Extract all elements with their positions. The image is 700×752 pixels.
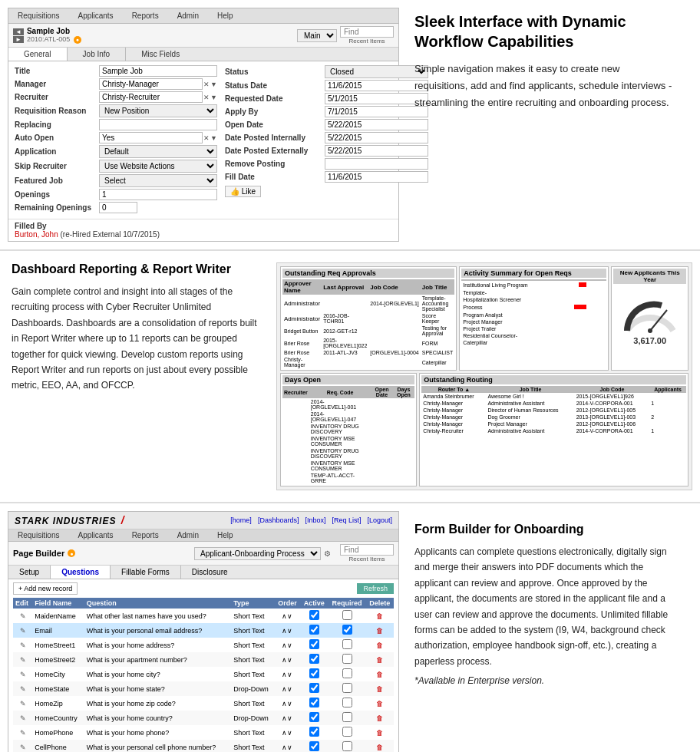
- input-remaining-openings[interactable]: [99, 202, 137, 213]
- input-title[interactable]: [99, 65, 217, 77]
- edit-icon[interactable]: ✎: [20, 671, 26, 678]
- tab-setup[interactable]: Setup: [8, 566, 51, 579]
- delete-icon[interactable]: 🗑: [376, 744, 383, 751]
- onboard-process-select[interactable]: Applicant-Onboarding Process: [194, 547, 321, 560]
- onboard-nav-requisitions[interactable]: Requisitions: [8, 529, 68, 541]
- input-req-reason[interactable]: New Position: [99, 104, 217, 117]
- edit-icon[interactable]: ✎: [20, 714, 26, 722]
- onboard-nav-help[interactable]: Help: [208, 529, 243, 541]
- order-cell[interactable]: ∧∨: [275, 667, 300, 681]
- onboard-find-input[interactable]: [340, 544, 394, 556]
- required-cell[interactable]: [328, 711, 365, 725]
- delete-cell[interactable]: 🗑: [366, 623, 394, 638]
- input-featured-job[interactable]: Select: [99, 174, 217, 187]
- delete-cell[interactable]: 🗑: [366, 667, 394, 681]
- add-new-record-btn[interactable]: + Add new record: [13, 582, 78, 595]
- nav-help[interactable]: Help: [208, 10, 243, 21]
- order-cell[interactable]: ∧∨: [275, 638, 300, 652]
- auto-open-clear-icon[interactable]: ✕: [203, 134, 210, 142]
- input-application[interactable]: Default: [99, 145, 217, 158]
- order-cell[interactable]: ∧∨: [275, 609, 300, 623]
- manager-dropdown-icon[interactable]: ▼: [210, 81, 217, 88]
- input-manager[interactable]: [99, 78, 203, 90]
- delete-cell[interactable]: 🗑: [366, 696, 394, 711]
- nav-logout-link[interactable]: [Logout]: [367, 516, 392, 524]
- manager-clear-icon[interactable]: ✕: [203, 81, 210, 88]
- delete-cell[interactable]: 🗑: [366, 638, 394, 652]
- delete-cell[interactable]: 🗑: [366, 711, 394, 725]
- required-cell[interactable]: [328, 740, 365, 752]
- input-replacing[interactable]: [99, 119, 217, 130]
- delete-icon[interactable]: 🗑: [376, 642, 383, 649]
- active-cell[interactable]: [300, 623, 328, 638]
- tab-disclosure[interactable]: Disclosure: [181, 566, 239, 579]
- edit-icon[interactable]: ✎: [20, 685, 26, 693]
- order-cell[interactable]: ∧∨: [275, 725, 300, 740]
- active-cell[interactable]: [300, 667, 328, 681]
- delete-icon[interactable]: 🗑: [376, 671, 383, 678]
- input-skip-recruiter[interactable]: Use Website Actions: [99, 160, 217, 173]
- tab-job-info[interactable]: Job Info: [68, 48, 127, 61]
- onboard-settings-icon[interactable]: ⚙: [324, 549, 331, 558]
- active-cell[interactable]: [300, 609, 328, 623]
- active-cell[interactable]: [300, 725, 328, 740]
- delete-icon[interactable]: 🗑: [376, 685, 383, 693]
- edit-icon[interactable]: ✎: [20, 656, 26, 664]
- input-recruiter[interactable]: [99, 91, 203, 103]
- required-cell[interactable]: [328, 725, 365, 740]
- delete-cell[interactable]: 🗑: [366, 740, 394, 752]
- delete-cell[interactable]: 🗑: [366, 681, 394, 696]
- edit-icon[interactable]: ✎: [20, 700, 26, 707]
- nav-inbox-link[interactable]: [Inbox]: [305, 516, 325, 524]
- tab-misc-fields[interactable]: Misc Fields: [126, 48, 195, 61]
- tab-general[interactable]: General: [8, 48, 68, 61]
- required-cell[interactable]: [328, 667, 365, 681]
- input-openings[interactable]: [99, 189, 217, 200]
- onboard-nav-reports[interactable]: Reports: [123, 529, 168, 541]
- edit-icon[interactable]: ✎: [20, 627, 26, 635]
- tab-questions[interactable]: Questions: [51, 566, 111, 579]
- active-cell[interactable]: [300, 638, 328, 652]
- order-cell[interactable]: ∧∨: [275, 740, 300, 752]
- delete-icon[interactable]: 🗑: [376, 729, 383, 737]
- refresh-btn[interactable]: Refresh: [357, 583, 394, 594]
- onboard-recent-items-btn[interactable]: Recent Items: [348, 556, 385, 562]
- forward-arrow[interactable]: ►: [13, 36, 24, 43]
- recent-items-btn[interactable]: Recent Items: [348, 38, 385, 45]
- order-cell[interactable]: ∧∨: [275, 652, 300, 667]
- active-cell[interactable]: [300, 711, 328, 725]
- find-input[interactable]: [340, 26, 394, 38]
- onboard-nav-admin[interactable]: Admin: [168, 529, 208, 541]
- nav-requisitions[interactable]: Requisitions: [8, 10, 68, 21]
- order-cell[interactable]: ∧∨: [275, 696, 300, 711]
- active-cell[interactable]: [300, 681, 328, 696]
- delete-cell[interactable]: 🗑: [366, 725, 394, 740]
- required-cell[interactable]: [328, 696, 365, 711]
- delete-icon[interactable]: 🗑: [376, 714, 383, 722]
- nav-req-list-link[interactable]: [Req List]: [332, 516, 361, 524]
- required-cell[interactable]: [328, 609, 365, 623]
- recruiter-dropdown-icon[interactable]: ▼: [210, 94, 217, 101]
- edit-icon[interactable]: ✎: [20, 729, 26, 737]
- required-cell[interactable]: [328, 638, 365, 652]
- onboard-nav-applicants[interactable]: Applicants: [68, 529, 122, 541]
- auto-open-dropdown-icon[interactable]: ▼: [210, 134, 217, 142]
- delete-cell[interactable]: 🗑: [366, 609, 394, 623]
- input-auto-open[interactable]: [99, 132, 203, 143]
- tab-fillable-forms[interactable]: Fillable Forms: [111, 566, 181, 579]
- like-button[interactable]: 👍 Like: [225, 186, 261, 197]
- nav-applicants[interactable]: Applicants: [68, 10, 122, 21]
- delete-cell[interactable]: 🗑: [366, 652, 394, 667]
- nav-arrows[interactable]: ◄ ►: [13, 28, 24, 43]
- required-cell[interactable]: [328, 681, 365, 696]
- delete-icon[interactable]: 🗑: [376, 612, 383, 620]
- edit-icon[interactable]: ✎: [20, 744, 26, 751]
- required-cell[interactable]: [328, 652, 365, 667]
- delete-icon[interactable]: 🗑: [376, 627, 383, 635]
- recruiter-clear-icon[interactable]: ✕: [203, 94, 210, 101]
- order-cell[interactable]: ∧∨: [275, 711, 300, 725]
- main-dropdown[interactable]: Main: [297, 29, 337, 42]
- back-arrow[interactable]: ◄: [13, 28, 24, 35]
- active-cell[interactable]: [300, 740, 328, 752]
- edit-icon[interactable]: ✎: [20, 642, 26, 649]
